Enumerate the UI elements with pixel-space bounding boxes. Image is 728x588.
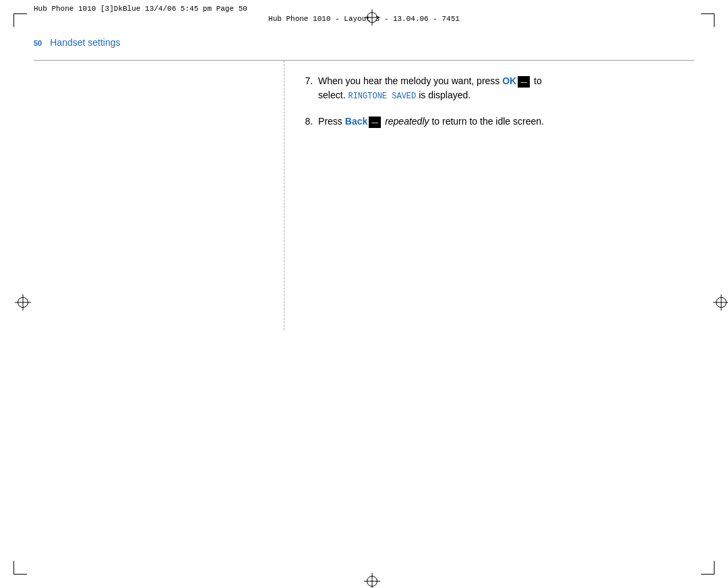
ok-button: — (518, 76, 530, 88)
header-line1: Hub Phone 1010 [3]DkBlue 13/4/06 5:45 pm… (34, 4, 694, 14)
left-column (34, 61, 284, 330)
back-button: — (369, 117, 381, 128)
ok-label: OK (502, 75, 516, 86)
main-content: 50 Handset settings 7. When you hear the… (34, 37, 694, 554)
step-8: 8. Press Back— repeatedly to return to t… (305, 115, 681, 129)
step-7-number: 7. (305, 74, 313, 102)
right-column: 7. When you hear the melody you want, pr… (284, 61, 694, 330)
step-7-text: When you hear the melody you want, press… (318, 74, 542, 102)
repeatedly-text: repeatedly (385, 116, 429, 127)
step-8-text: Press Back— repeatedly to return to the … (318, 115, 544, 129)
two-column-layout: 7. When you hear the melody you want, pr… (34, 61, 694, 330)
page-title: Handset settings (50, 37, 120, 48)
back-label: Back (345, 116, 367, 127)
ringtone-saved-lcd: RINGTONE SAVED (348, 92, 416, 101)
step-7: 7. When you hear the melody you want, pr… (305, 74, 681, 102)
step-8-number: 8. (305, 115, 313, 129)
crop-mark-bottom-right (701, 561, 715, 575)
page-number: 50 (34, 39, 42, 47)
header-line2: Hub Phone 1010 - Layout 3 - 13.04.06 - 7… (34, 14, 694, 24)
page-header: Hub Phone 1010 [3]DkBlue 13/4/06 5:45 pm… (0, 0, 728, 29)
crop-mark-bottom-left (13, 561, 27, 575)
page-title-row: 50 Handset settings (34, 37, 694, 48)
